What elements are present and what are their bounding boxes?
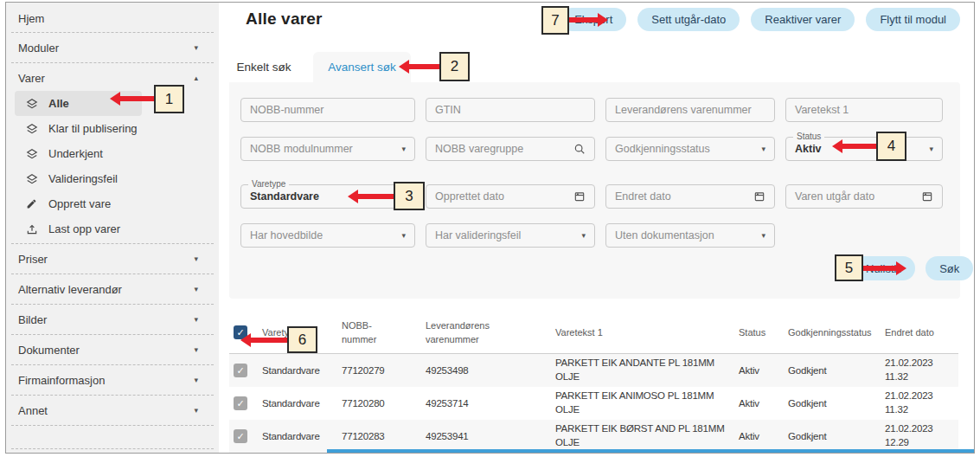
- check-icon: ✓: [236, 366, 244, 376]
- divider: [11, 364, 214, 365]
- divider: [11, 274, 214, 274]
- har-valideringsfeil-select[interactable]: Har valideringsfeil ▾: [426, 223, 595, 248]
- annotation-label: 2: [439, 52, 470, 81]
- sidebar-item-dokumenter[interactable]: Dokumenter ▾: [6, 337, 219, 363]
- page-title: Alle varer: [246, 10, 323, 29]
- calendar-icon: [753, 190, 765, 203]
- chevron-down-icon: ▾: [401, 231, 406, 240]
- chevron-down-icon: ▾: [761, 145, 765, 153]
- horizontal-scrollbar[interactable]: [327, 449, 974, 453]
- field-label: Varetype: [248, 179, 289, 189]
- layers-icon: [25, 147, 38, 160]
- annotation-label: 7: [541, 6, 569, 35]
- sidebar-item-klar-til-publisering[interactable]: Klar til publisering: [15, 116, 142, 141]
- divider: [11, 448, 214, 449]
- search-icon: [573, 143, 586, 155]
- leverandorens-varenummer-input[interactable]: Leverandørens varenummer: [605, 98, 775, 122]
- sidebar-item-bilder[interactable]: Bilder ▾: [6, 306, 219, 332]
- sidebar-item-alle[interactable]: Alle: [15, 91, 142, 116]
- sidebar-item-hjem[interactable]: Hjem: [6, 3, 219, 30]
- chevron-down-icon: ▾: [194, 406, 198, 415]
- chevron-down-icon: ▾: [194, 254, 198, 263]
- layers-icon: [25, 172, 38, 185]
- divider: [11, 395, 214, 396]
- chevron-down-icon: ▾: [581, 231, 586, 240]
- sidebar-item-moduler[interactable]: Moduler ▾: [6, 35, 219, 61]
- field-label: Status: [793, 132, 824, 141]
- sidebar-item-underkjent[interactable]: Underkjent: [15, 141, 142, 166]
- har-hovedbilde-select[interactable]: Har hovedbilde ▾: [240, 223, 415, 248]
- uten-dokumentasjon-select[interactable]: Uten dokumentasjon ▾: [605, 223, 775, 248]
- sidebar-item-last-opp-varer[interactable]: Last opp varer: [15, 216, 142, 241]
- sidebar-item-alternativ-leverandor[interactable]: Alternativ leverandør ▾: [6, 276, 219, 302]
- flytt-til-modul-button[interactable]: Flytt til modul: [866, 8, 960, 31]
- sett-utgar-dato-button[interactable]: Sett utgår-dato: [637, 8, 740, 31]
- check-icon: ✓: [236, 399, 244, 409]
- nobb-varegruppe-input[interactable]: NOBB varegruppe: [426, 137, 595, 161]
- godkjenningsstatus-select[interactable]: Godkjenningsstatus ▾: [605, 137, 775, 161]
- sidebar: Hjem Moduler ▾ Varer ▴ Alle Klar til pub…: [6, 3, 219, 453]
- annotation-label: 4: [876, 132, 906, 161]
- app-window: Hjem Moduler ▾ Varer ▴ Alle Klar til pub…: [5, 2, 975, 454]
- divider: [11, 32, 214, 33]
- main-content: Alle varer Eksport Sett utgår-dato Reakt…: [219, 3, 974, 453]
- tab-enkelt-sok[interactable]: Enkelt søk: [229, 52, 298, 82]
- chevron-down-icon: ▾: [401, 145, 406, 153]
- endret-dato-input[interactable]: Endret dato: [605, 184, 775, 209]
- annotation-label: 5: [835, 254, 863, 281]
- upload-icon: [25, 222, 38, 235]
- chevron-down-icon: ▾: [194, 345, 198, 354]
- sidebar-item-varer[interactable]: Varer ▴: [6, 65, 219, 91]
- divider: [11, 243, 214, 244]
- divider: [11, 62, 214, 63]
- chevron-down-icon: ▾: [194, 315, 198, 324]
- opprettet-dato-input[interactable]: Opprettet dato: [426, 184, 595, 209]
- chevron-down-icon: ▾: [194, 285, 198, 293]
- row-checkbox[interactable]: ✓: [234, 429, 247, 443]
- chevron-down-icon: ▾: [194, 43, 198, 52]
- chevron-up-icon: ▴: [194, 74, 198, 82]
- layers-icon: [25, 97, 38, 110]
- table-row: ✓ Standardvare 77120279 49253498 PARKETT…: [229, 354, 958, 387]
- varen-utgar-dato-input[interactable]: Varen utgår dato: [785, 184, 943, 209]
- sidebar-item-opprett-vare[interactable]: Opprett vare: [15, 191, 142, 216]
- divider: [11, 304, 214, 305]
- sidebar-item-annet[interactable]: Annet ▾: [6, 397, 219, 423]
- reaktiver-varer-button[interactable]: Reaktiver varer: [751, 8, 855, 31]
- sidebar-item-firmainformasjon[interactable]: Firmainformasjon ▾: [6, 367, 219, 393]
- divider: [11, 425, 214, 426]
- divider: [11, 334, 214, 335]
- action-buttons: Eksport Sett utgår-dato Reaktiver varer …: [560, 8, 960, 31]
- table-row: ✓ Standardvare 77120283 49253941 PARKETT…: [229, 420, 958, 453]
- calendar-icon: [921, 190, 933, 203]
- check-icon: ✓: [236, 432, 244, 441]
- row-checkbox[interactable]: ✓: [234, 364, 247, 377]
- status-select[interactable]: Status Aktiv ▾: [785, 137, 943, 161]
- arrow-right-icon: [598, 13, 608, 27]
- varetekst1-input[interactable]: Varetekst 1: [785, 98, 943, 122]
- nobb-modulnummer-select[interactable]: NOBB modulnummer ▾: [240, 137, 415, 161]
- annotation-label: 1: [154, 85, 184, 113]
- nobb-nummer-input[interactable]: NOBB-nummer: [240, 98, 415, 122]
- tab-avansert-sok[interactable]: Avansert søk: [313, 52, 411, 82]
- chevron-down-icon: ▾: [194, 376, 198, 384]
- sidebar-item-valideringsfeil[interactable]: Valideringsfeil: [15, 166, 142, 191]
- annotation-label: 6: [287, 326, 317, 353]
- sok-button[interactable]: Søk: [926, 256, 973, 280]
- pencil-icon: [25, 197, 38, 210]
- sidebar-item-priser[interactable]: Priser ▾: [6, 246, 219, 272]
- calendar-icon: [573, 190, 586, 203]
- arrow-right-icon: [896, 261, 906, 275]
- annotation-label: 3: [394, 182, 425, 210]
- gtin-input[interactable]: GTIN: [426, 98, 595, 122]
- chevron-down-icon: ▾: [761, 231, 765, 240]
- results-table: ✓ Varetype NOBB-nummer Leverandørens var…: [229, 312, 958, 453]
- table-row: ✓ Standardvare 77120280 49253714 PARKETT…: [229, 387, 958, 420]
- row-checkbox[interactable]: ✓: [234, 396, 247, 410]
- table-header: ✓ Varetype NOBB-nummer Leverandørens var…: [229, 312, 958, 354]
- layers-icon: [25, 122, 38, 135]
- chevron-down-icon: ▾: [929, 145, 933, 153]
